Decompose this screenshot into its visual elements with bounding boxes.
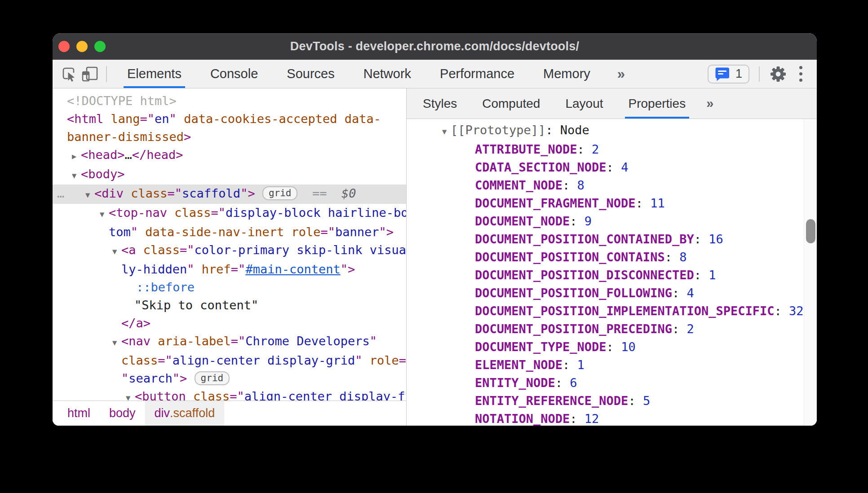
scrollbar-track[interactable]: [804, 119, 817, 426]
syntax-segment-val: display-block hairline-bot: [226, 206, 406, 220]
syntax-segment-tag: =": [320, 225, 335, 239]
dom-tree-row[interactable]: <!DOCTYPE html>: [53, 92, 406, 110]
property-row[interactable]: ENTITY_NODE: 6: [407, 374, 817, 392]
dom-tree: <!DOCTYPE html><html lang="en" data-cook…: [53, 88, 406, 401]
tab-console[interactable]: Console: [196, 60, 272, 88]
syntax-segment-pname: CDATA_SECTION_NODE: [475, 160, 607, 174]
syntax-segment-tag: ": [370, 334, 377, 348]
messages-icon: [715, 66, 730, 82]
property-row[interactable]: DOCUMENT_POSITION_DISCONNECTED: 1: [407, 266, 817, 284]
property-row[interactable]: ENTITY_REFERENCE_NODE: 5: [407, 392, 817, 410]
expand-arrow-open-icon[interactable]: ▼: [442, 123, 451, 141]
dom-tree-row[interactable]: "Skip to content": [53, 296, 406, 314]
property-row[interactable]: COMMENT_NODE: 8: [407, 176, 817, 194]
syntax-segment-pname: DOCUMENT_POSITION_DISCONNECTED: [475, 268, 694, 282]
expand-arrow-open-icon[interactable]: ▼: [85, 186, 94, 204]
syntax-segment-tag: ">: [173, 371, 187, 385]
breadcrumb-segment: .scaffold: [170, 406, 215, 420]
breadcrumb-item[interactable]: div.scaffold: [145, 401, 225, 426]
property-row[interactable]: DOCUMENT_POSITION_CONTAINED_BY: 16: [407, 230, 817, 248]
dom-tree-row[interactable]: "search"> grid: [53, 370, 406, 387]
settings-button[interactable]: [769, 60, 787, 88]
syntax-segment-colon: :: [607, 340, 621, 354]
property-row[interactable]: DOCUMENT_POSITION_CONTAINS: 8: [407, 248, 817, 266]
breadcrumb-item[interactable]: body: [100, 401, 145, 426]
syntax-segment-pnum: 4: [621, 160, 628, 174]
property-row[interactable]: DOCUMENT_NODE: 9: [407, 212, 817, 230]
syntax-segment-val: ly-hidden: [121, 262, 187, 276]
dom-tree-row[interactable]: ▶<head>…</head>: [53, 146, 406, 165]
dom-tree-row[interactable]: class="align-center display-grid" role=: [53, 352, 406, 370]
dom-tree-row[interactable]: tom" data-side-nav-inert role="banner">: [53, 223, 406, 241]
tab-performance[interactable]: Performance: [425, 60, 529, 88]
zoom-window-button[interactable]: [94, 41, 106, 52]
syntax-segment-eq: ==: [297, 186, 341, 200]
dom-tree-row[interactable]: ▼<body>: [53, 165, 406, 185]
breadcrumb-item[interactable]: html: [58, 401, 100, 426]
dom-tree-row[interactable]: ▼<nav aria-label="Chrome Developers": [53, 332, 406, 352]
syntax-segment-colon: :: [555, 376, 570, 390]
dom-tree-row[interactable]: ::before: [53, 278, 406, 296]
property-row[interactable]: ▼[[Prototype]]: Node: [407, 121, 817, 141]
syntax-segment-doctype: <!DOCTYPE html>: [67, 94, 177, 108]
property-row[interactable]: ELEMENT_NODE: 1: [407, 356, 817, 374]
property-row[interactable]: DOCUMENT_POSITION_PRECEDING: 2: [407, 320, 817, 338]
property-row[interactable]: DOCUMENT_FRAGMENT_NODE: 11: [407, 194, 817, 212]
property-row[interactable]: NOTATION_NODE: 12: [407, 410, 817, 426]
sidebar-tab-computed[interactable]: Computed: [469, 88, 553, 119]
dom-tree-row[interactable]: banner-dismissed>: [53, 128, 406, 146]
titlebar[interactable]: DevTools - developer.chrome.com/docs/dev…: [53, 33, 817, 60]
property-row[interactable]: DOCUMENT_TYPE_NODE: 10: [407, 338, 817, 356]
sidebar-more-tabs-button[interactable]: »: [702, 88, 718, 119]
inspect-element-button[interactable]: [59, 60, 80, 88]
row-overflow-dots[interactable]: …: [57, 185, 65, 202]
tab-network[interactable]: Network: [349, 60, 425, 88]
property-row[interactable]: DOCUMENT_POSITION_IMPLEMENTATION_SPECIFI…: [407, 302, 817, 320]
syntax-segment-tag: ": [169, 112, 177, 126]
tab-memory[interactable]: Memory: [529, 60, 605, 88]
sidebar-tab-styles[interactable]: Styles: [410, 88, 469, 119]
sidebar-tab-properties[interactable]: Properties: [616, 88, 699, 119]
scrollbar-thumb[interactable]: [806, 219, 815, 243]
dom-tree-row-selected[interactable]: …▼<div class="scaffold"> grid == $0: [53, 185, 406, 204]
issues-messages-button[interactable]: 1: [708, 65, 749, 84]
dom-tree-row[interactable]: <html lang="en" data-cookies-accepted da…: [53, 110, 406, 128]
device-toolbar-button[interactable]: [80, 60, 100, 88]
device-toolbar-icon: [81, 66, 98, 82]
expand-arrow-open-icon[interactable]: ▼: [112, 242, 121, 260]
dom-tree-row[interactable]: ▼<button class="align-center display-f: [53, 387, 406, 401]
syntax-segment-tag: <html: [67, 112, 111, 126]
minimize-window-button[interactable]: [76, 41, 88, 52]
dom-tree-row[interactable]: ▼<a class="color-primary skip-link visua: [53, 241, 406, 260]
expand-arrow-open-icon[interactable]: ▼: [126, 389, 135, 401]
expand-arrow-open-icon[interactable]: ▼: [100, 205, 109, 223]
syntax-segment-colon: :: [570, 214, 585, 228]
syntax-segment-tag: <div: [94, 186, 131, 200]
tab-elements[interactable]: Elements: [113, 60, 196, 88]
property-row[interactable]: DOCUMENT_POSITION_FOLLOWING: 4: [407, 284, 817, 302]
more-panels-button[interactable]: »: [615, 60, 628, 88]
syntax-segment-colon: :: [665, 250, 680, 264]
dom-tree-row[interactable]: ▼<top-nav class="display-block hairline-…: [53, 204, 406, 223]
expand-arrow-open-icon[interactable]: ▼: [72, 167, 81, 185]
syntax-segment-pnum: 2: [686, 322, 694, 336]
expand-arrow-closed-icon[interactable]: ▶: [72, 147, 81, 165]
syntax-segment-pname: DOCUMENT_POSITION_IMPLEMENTATION_SPECIFI…: [475, 304, 774, 318]
sidebar-tab-layout[interactable]: Layout: [553, 88, 616, 119]
close-window-button[interactable]: [58, 41, 70, 52]
grid-badge[interactable]: grid: [262, 186, 298, 200]
syntax-segment-attr: class: [121, 353, 158, 367]
syntax-segment-pname: ENTITY_NODE: [475, 376, 555, 390]
tab-sources[interactable]: Sources: [272, 60, 349, 88]
syntax-segment-link[interactable]: #main-content: [245, 262, 340, 276]
property-row[interactable]: ATTRIBUTE_NODE: 2: [407, 141, 817, 158]
dom-tree-row[interactable]: ly-hidden" href="#main-content">: [53, 260, 406, 278]
syntax-segment-val: Chrome Developers: [245, 334, 369, 348]
grid-badge[interactable]: grid: [195, 371, 230, 385]
syntax-segment-pnum: 4: [686, 286, 694, 300]
dom-tree-row[interactable]: </a>: [53, 314, 406, 332]
main-menu-button[interactable]: [797, 63, 805, 84]
syntax-segment-colon: :: [694, 232, 709, 246]
expand-arrow-open-icon[interactable]: ▼: [112, 334, 121, 352]
property-row[interactable]: CDATA_SECTION_NODE: 4: [407, 158, 817, 176]
